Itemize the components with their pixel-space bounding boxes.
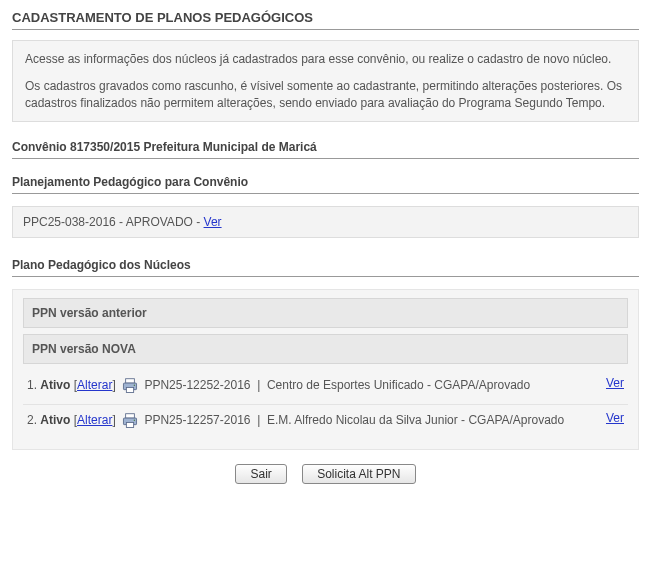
ppn-nova-header: PPN versão NOVA <box>23 334 628 364</box>
printer-icon[interactable] <box>121 413 139 429</box>
alterar-link[interactable]: Alterar <box>77 413 112 427</box>
printer-icon[interactable] <box>121 378 139 394</box>
alterar-link[interactable]: Alterar <box>77 378 112 392</box>
table-row: 2. Ativo [Alterar] PPN25-12257-2016 | E.… <box>23 405 628 439</box>
bracket: ] <box>112 413 119 427</box>
svg-rect-4 <box>126 414 135 418</box>
row-code: PPN25-12252-2016 <box>144 378 250 392</box>
row-status: Ativo <box>40 413 70 427</box>
convenio-title: Convênio 817350/2015 Prefeitura Municipa… <box>12 136 639 159</box>
ppc-ver-link[interactable]: Ver <box>204 215 222 229</box>
nucleos-section-title: Plano Pedagógico dos Núcleos <box>12 254 639 277</box>
solicita-alt-ppn-button[interactable]: Solicita Alt PPN <box>302 464 415 484</box>
bracket: ] <box>112 378 119 392</box>
row-index: 1. <box>27 378 37 392</box>
nucleos-panel: PPN versão anterior PPN versão NOVA 1. A… <box>12 289 639 450</box>
ppc-section-title: Planejamento Pedagógico para Convênio <box>12 171 639 194</box>
row-status: Ativo <box>40 378 70 392</box>
intro-paragraph-2: Os cadastros gravados como rascunho, é v… <box>25 78 626 112</box>
ppn-anterior-header: PPN versão anterior <box>23 298 628 328</box>
svg-point-7 <box>134 420 135 421</box>
intro-paragraph-1: Acesse as informações dos núcleos já cad… <box>25 51 626 68</box>
sep: | <box>254 378 267 392</box>
svg-rect-6 <box>126 423 133 428</box>
svg-point-3 <box>134 385 135 386</box>
row-ver-link[interactable]: Ver <box>606 376 624 390</box>
svg-rect-2 <box>126 388 133 393</box>
row-desc: Centro de Esportes Unificado - CGAPA/Apr… <box>267 378 530 392</box>
row-index: 2. <box>27 413 37 427</box>
sep: - <box>196 215 203 229</box>
sep: | <box>254 413 267 427</box>
ppc-status: APROVADO <box>126 215 193 229</box>
row-ver-link[interactable]: Ver <box>606 411 624 425</box>
row-desc: E.M. Alfredo Nicolau da Silva Junior - C… <box>267 413 564 427</box>
table-row: 1. Ativo [Alterar] PPN25-12252-2016 | Ce… <box>23 370 628 405</box>
ppc-box: PPC25-038-2016 - APROVADO - Ver <box>12 206 639 238</box>
svg-rect-0 <box>126 379 135 383</box>
buttons-row: Sair Solicita Alt PPN <box>12 450 639 484</box>
row-code: PPN25-12257-2016 <box>144 413 250 427</box>
intro-box: Acesse as informações dos núcleos já cad… <box>12 40 639 122</box>
sair-button[interactable]: Sair <box>235 464 286 484</box>
page-title: CADASTRAMENTO DE PLANOS PEDAGÓGICOS <box>12 6 639 30</box>
ppc-code: PPC25-038-2016 <box>23 215 116 229</box>
sep: - <box>119 215 126 229</box>
